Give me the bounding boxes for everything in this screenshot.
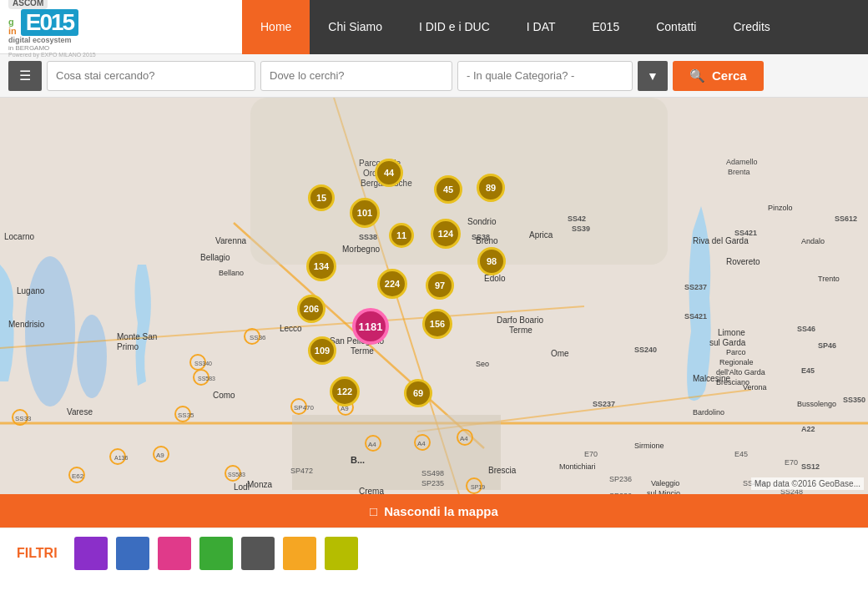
search-icon: 🔍 bbox=[689, 68, 705, 83]
ascom-label: ASCOM bbox=[8, 0, 48, 9]
filter-button-f2[interactable] bbox=[116, 537, 149, 570]
category-dropdown-button[interactable]: ▼ bbox=[638, 61, 668, 91]
chevron-down-icon: ▼ bbox=[647, 69, 659, 83]
cluster-marker-c11[interactable]: 97 bbox=[426, 271, 454, 300]
hide-map-icon: □ bbox=[370, 504, 377, 518]
cluster-marker-c12[interactable]: 206 bbox=[297, 295, 326, 323]
nav-home[interactable]: Home bbox=[242, 0, 310, 54]
cluster-marker-c16[interactable]: 122 bbox=[330, 376, 360, 406]
nav-dat[interactable]: I DAT bbox=[508, 0, 574, 54]
bergamo-label: in BERGAMO bbox=[8, 44, 49, 52]
nav-credits[interactable]: Credits bbox=[714, 0, 788, 54]
cluster-marker-c15[interactable]: 109 bbox=[308, 336, 336, 365]
map-container: SS38 SS38 SS39 SS612 SS421 SS42 SS237 SS… bbox=[0, 98, 868, 494]
cluster-marker-c10[interactable]: 224 bbox=[377, 269, 407, 299]
cluster-marker-c14[interactable]: 156 bbox=[422, 309, 452, 339]
search-what-input[interactable] bbox=[47, 61, 255, 91]
hide-map-button[interactable]: □ Nascondi la mappa bbox=[0, 494, 868, 528]
main-nav: Home Chi Siamo I DID e i DUC I DAT E015 … bbox=[242, 0, 868, 54]
digital-ecosystem-label: digital ecosystem bbox=[8, 36, 72, 44]
search-button[interactable]: 🔍 Cerca bbox=[673, 61, 764, 91]
cluster-marker-c13[interactable]: 1181 bbox=[352, 308, 389, 345]
filter-button-f1[interactable] bbox=[74, 537, 108, 570]
logo-area: ASCOM gin E015 digital ecosystem in BERG… bbox=[0, 0, 242, 58]
filter-button-f3[interactable] bbox=[158, 537, 191, 570]
filters-bar: FILTRI bbox=[0, 528, 868, 578]
cluster-marker-c4[interactable]: 15 bbox=[308, 184, 335, 211]
cluster-marker-c3[interactable]: 89 bbox=[477, 174, 505, 202]
map-attribution: Map data ©2016 GeoBase... bbox=[751, 477, 864, 490]
filter-button-f7[interactable] bbox=[325, 537, 358, 570]
clusters-container: 4445891510111124981342249720611811561091… bbox=[0, 98, 868, 494]
nav-e015[interactable]: E015 bbox=[574, 0, 638, 54]
search-category-input[interactable] bbox=[457, 61, 633, 91]
expo-label: Powered by EXPO MILANO 2015 bbox=[8, 52, 96, 58]
header: ASCOM gin E015 digital ecosystem in BERG… bbox=[0, 0, 868, 54]
cluster-marker-c9[interactable]: 134 bbox=[306, 251, 336, 281]
gin-label: gin bbox=[8, 18, 17, 36]
cluster-marker-c7[interactable]: 124 bbox=[431, 219, 461, 249]
filter-button-f4[interactable] bbox=[199, 537, 233, 570]
search-bar: ☰ ▼ 🔍 Cerca bbox=[0, 54, 868, 98]
menu-icon: ☰ bbox=[19, 68, 31, 83]
search-where-input[interactable] bbox=[260, 61, 452, 91]
filter-button-f6[interactable] bbox=[283, 537, 316, 570]
filter-button-f5[interactable] bbox=[241, 537, 275, 570]
filter-buttons bbox=[74, 537, 358, 570]
hide-map-label: Nascondi la mappa bbox=[384, 504, 498, 518]
filters-label: FILTRI bbox=[17, 546, 58, 561]
cluster-marker-c2[interactable]: 45 bbox=[434, 175, 462, 204]
nav-chi-siamo[interactable]: Chi Siamo bbox=[310, 0, 401, 54]
cluster-marker-c8[interactable]: 98 bbox=[477, 247, 506, 275]
nav-did-duc[interactable]: I DID e i DUC bbox=[401, 0, 508, 54]
cluster-marker-c17[interactable]: 69 bbox=[404, 379, 432, 407]
nav-contatti[interactable]: Contatti bbox=[638, 0, 714, 54]
cluster-marker-c1[interactable]: 44 bbox=[375, 159, 403, 187]
search-label: Cerca bbox=[712, 68, 747, 83]
eo15-label: E015 bbox=[26, 9, 73, 35]
search-toggle-button[interactable]: ☰ bbox=[8, 61, 42, 91]
cluster-marker-c6[interactable]: 11 bbox=[389, 223, 414, 248]
cluster-marker-c5[interactable]: 101 bbox=[350, 198, 380, 228]
